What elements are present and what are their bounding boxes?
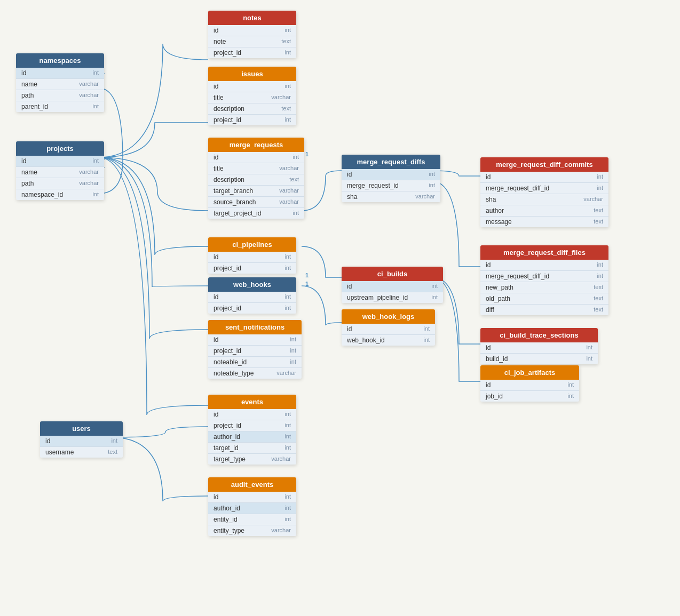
table-ci-pipelines-header: ci_pipelines [208,237,296,252]
table-merge-request-diffs-header: merge_request_diffs [342,155,440,169]
table-row: project_id int [208,262,296,274]
table-row: upstream_pipeline_id int [342,292,443,303]
table-row: noteable_type varchar [208,367,302,379]
rel-label-4: 1 [305,151,309,157]
table-row: id int [480,342,598,353]
table-row: id int [480,380,579,390]
table-web-hook-logs-header: web_hook_logs [342,309,435,324]
table-row: name varchar [16,78,104,90]
table-row: merge_request_diff_id int [480,270,608,282]
table-ci-pipelines-body: id int project_id int [208,252,296,274]
table-row: project_id int [208,47,296,58]
table-ci-job-artifacts-body: id int job_id int [480,380,579,402]
table-row: id int [208,152,304,163]
table-projects-body: id int name varchar path varchar namespa… [16,156,104,200]
table-row: id int [342,324,435,334]
table-row: id int [208,334,302,345]
table-row: web_hook_id int [342,334,435,346]
table-merge-requests-header: merge_requests [208,138,304,152]
table-projects-header: projects [16,141,104,156]
table-notes-header: notes [208,11,296,25]
table-row: entity_type varchar [208,525,296,536]
table-row: new_path text [480,282,608,293]
table-web-hooks-body: id int project_id int [208,292,296,314]
table-row: title varchar [208,92,296,103]
table-ci-builds-header: ci_builds [342,267,443,281]
table-row: name varchar [16,166,104,178]
table-row: sha varchar [342,191,440,202]
table-row: id int [342,169,440,180]
table-row: id int [208,292,296,302]
table-row: id int [208,252,296,262]
table-row: job_id int [480,390,579,402]
table-projects: projects id int name varchar path varcha… [16,141,104,200]
table-events-body: id int project_id int author_id int targ… [208,409,296,465]
table-merge-request-diff-files-body: id int merge_request_diff_id int new_pat… [480,260,608,315]
table-row: entity_id int [208,514,296,525]
table-users: users id int username text [40,421,123,458]
table-notes-body: id int note text project_id int [208,25,296,58]
table-row: description text [208,174,304,185]
table-ci-builds-body: id int upstream_pipeline_id int [342,281,443,303]
table-row: author text [480,205,608,216]
table-row: merge_request_diff_id int [480,182,608,194]
table-merge-request-diff-files: merge_request_diff_files id int merge_re… [480,245,608,315]
table-ci-job-artifacts: ci_job_artifacts id int job_id int [480,365,579,402]
table-merge-requests-body: id int title varchar description text ta… [208,152,304,219]
table-events-header: events [208,395,296,409]
table-row: source_branch varchar [208,196,304,207]
table-notes: notes id int note text project_id int [208,11,296,58]
table-audit-events: audit_events id int author_id int entity… [208,477,296,536]
table-merge-request-diff-commits-body: id int merge_request_diff_id int sha var… [480,172,608,227]
table-ci-job-artifacts-header: ci_job_artifacts [480,365,579,380]
table-users-header: users [40,421,123,436]
table-ci-build-trace-sections: ci_build_trace_sections id int build_id … [480,328,598,364]
table-sent-notifications: sent_notifications id int project_id int… [208,320,302,379]
table-sent-notifications-body: id int project_id int noteable_id int no… [208,334,302,379]
table-row: username text [40,446,123,458]
table-row: title varchar [208,163,304,174]
table-row: author_id int [208,431,296,442]
table-namespaces-body: id int name varchar path varchar parent_… [16,68,104,112]
table-row: description text [208,103,296,114]
table-merge-request-diff-commits: merge_request_diff_commits id int merge_… [480,157,608,227]
table-merge-request-diffs: merge_request_diffs id int merge_request… [342,155,440,202]
table-row: target_type varchar [208,453,296,465]
table-row: project_id int [208,302,296,314]
table-row: author_id int [208,502,296,514]
table-row: parent_id int [16,101,104,112]
table-issues: issues id int title varchar description … [208,67,296,125]
table-merge-requests: merge_requests id int title varchar desc… [208,138,304,219]
table-row: id int [208,409,296,420]
table-users-body: id int username text [40,436,123,458]
table-web-hook-logs: web_hook_logs id int web_hook_id int [342,309,435,346]
table-row: project_id int [208,114,296,125]
table-namespaces-header: namespaces [16,53,104,68]
table-row: target_id int [208,442,296,453]
table-row: note text [208,36,296,47]
table-row: build_id int [480,353,598,364]
table-row: old_path text [480,293,608,304]
table-row: id int [480,172,608,182]
diagram-container: 1 1 1 1 1 1 1 1 1 namespaces id int name… [0,0,680,616]
table-issues-body: id int title varchar description text pr… [208,81,296,125]
table-sent-notifications-header: sent_notifications [208,320,302,334]
table-row: project_id int [208,420,296,431]
table-row: id int [16,156,104,166]
table-merge-request-diff-files-header: merge_request_diff_files [480,245,608,260]
table-merge-request-diff-commits-header: merge_request_diff_commits [480,157,608,172]
rel-label-6: 1 [305,272,309,278]
table-row: id int [16,68,104,78]
table-events: events id int project_id int author_id i… [208,395,296,465]
table-ci-pipelines: ci_pipelines id int project_id int [208,237,296,274]
table-row: id int [208,492,296,502]
table-row: target_project_id int [208,207,304,219]
table-row: id int [208,81,296,92]
table-row: target_branch varchar [208,185,304,196]
table-row: id int [480,260,608,270]
table-audit-events-header: audit_events [208,477,296,492]
table-row: noteable_id int [208,356,302,367]
table-row: project_id int [208,345,302,356]
table-merge-request-diffs-body: id int merge_request_id int sha varchar [342,169,440,202]
table-web-hook-logs-body: id int web_hook_id int [342,324,435,346]
